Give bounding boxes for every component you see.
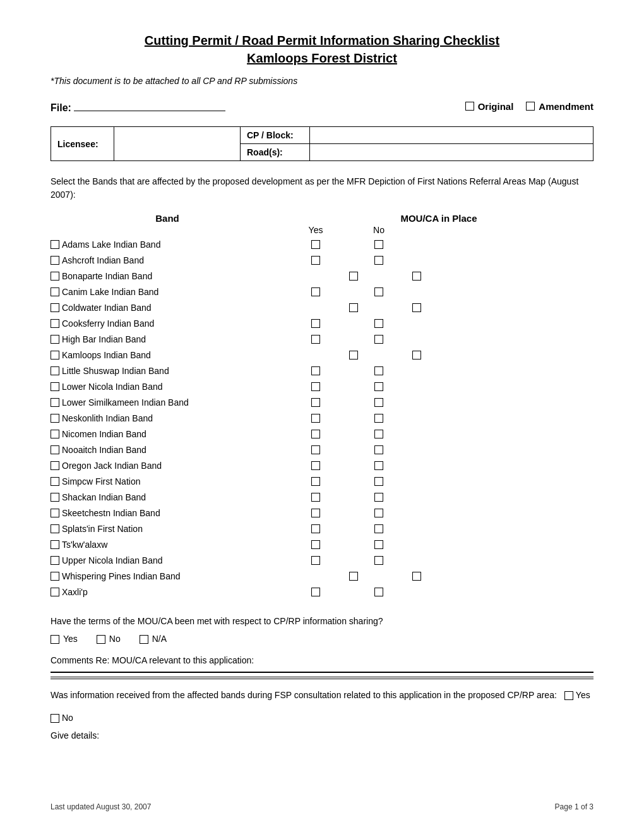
band-select-checkbox[interactable] <box>51 382 59 391</box>
band-select-checkbox[interactable] <box>51 351 59 360</box>
band-mou <box>284 588 593 596</box>
comments-line-1[interactable] <box>51 672 593 673</box>
na-option[interactable]: N/A <box>140 632 167 647</box>
was-info-yes-option[interactable]: Yes <box>564 688 590 703</box>
band-name: Skeetchestn Indian Band <box>51 508 284 518</box>
band-select-checkbox[interactable] <box>51 493 59 502</box>
mou-no-checkbox[interactable] <box>374 588 383 596</box>
mou-yes-checkbox[interactable] <box>311 588 320 596</box>
mou-yes-checkbox[interactable] <box>311 319 320 328</box>
comments-line-2[interactable] <box>51 677 593 679</box>
band-select-checkbox[interactable] <box>51 461 59 470</box>
mou-yes-checkbox[interactable] <box>349 351 358 360</box>
mou-yes-checkbox[interactable] <box>349 303 358 312</box>
yes-checkbox[interactable] <box>51 635 59 644</box>
na-checkbox[interactable] <box>140 635 148 644</box>
band-select-checkbox[interactable] <box>51 398 59 407</box>
no-option[interactable]: No <box>97 632 121 647</box>
mou-no-checkbox[interactable] <box>374 445 383 454</box>
mou-no-checkbox[interactable] <box>374 461 383 470</box>
was-info-no-checkbox[interactable] <box>51 714 59 723</box>
mou-no-checkbox[interactable] <box>374 524 383 533</box>
band-select-checkbox[interactable] <box>51 335 59 344</box>
band-select-checkbox[interactable] <box>51 572 59 581</box>
mou-yes-checkbox[interactable] <box>311 524 320 533</box>
mou-no-checkbox[interactable] <box>374 335 383 344</box>
mou-no-checkbox[interactable] <box>412 303 421 312</box>
band-select-checkbox[interactable] <box>51 272 59 281</box>
file-input-line[interactable] <box>74 99 225 111</box>
mou-no-checkbox[interactable] <box>374 477 383 486</box>
mou-no-checkbox[interactable] <box>374 556 383 565</box>
yes-option[interactable]: Yes <box>51 632 78 647</box>
mou-yes-checkbox[interactable] <box>311 556 320 565</box>
mou-no-checkbox[interactable] <box>412 351 421 360</box>
band-select-checkbox[interactable] <box>51 430 59 438</box>
band-name: Kamloops Indian Band <box>51 350 284 360</box>
mou-no-checkbox[interactable] <box>374 287 383 296</box>
mou-no-checkbox[interactable] <box>412 272 421 281</box>
mou-no-checkbox[interactable] <box>412 572 421 581</box>
was-info-yes-checkbox[interactable] <box>564 691 573 700</box>
mou-yes-checkbox[interactable] <box>311 287 320 296</box>
mou-no-checkbox[interactable] <box>374 366 383 375</box>
band-select-checkbox[interactable] <box>51 524 59 533</box>
mou-yes-checkbox[interactable] <box>311 335 320 344</box>
band-header-row: Band MOU/CA in Place <box>51 213 593 224</box>
mou-no-checkbox[interactable] <box>374 414 383 423</box>
mou-yes-checkbox[interactable] <box>311 493 320 502</box>
original-option[interactable]: Original <box>465 101 514 112</box>
band-mou <box>284 461 593 470</box>
band-select-checkbox[interactable] <box>51 414 59 423</box>
mou-yes-checkbox[interactable] <box>311 540 320 549</box>
mou-yes-checkbox[interactable] <box>311 240 320 249</box>
mou-yes-checkbox[interactable] <box>311 256 320 265</box>
band-select-checkbox[interactable] <box>51 303 59 312</box>
mou-no-checkbox[interactable] <box>374 509 383 517</box>
roads-value[interactable] <box>310 144 593 161</box>
mou-yes-checkbox[interactable] <box>311 509 320 517</box>
mou-yes-checkbox[interactable] <box>311 477 320 486</box>
band-select-checkbox[interactable] <box>51 366 59 375</box>
mou-yes-checkbox[interactable] <box>311 398 320 407</box>
band-select-checkbox[interactable] <box>51 240 59 249</box>
na-label: N/A <box>152 632 167 647</box>
mou-no-checkbox[interactable] <box>374 398 383 407</box>
mou-yes-checkbox[interactable] <box>311 430 320 438</box>
mou-no-checkbox[interactable] <box>374 540 383 549</box>
mou-no-checkbox[interactable] <box>374 382 383 391</box>
was-info-no-option[interactable]: No <box>51 711 73 726</box>
mou-yes-checkbox[interactable] <box>349 272 358 281</box>
band-name: Whispering Pines Indian Band <box>51 571 284 581</box>
licensee-value[interactable] <box>114 127 241 161</box>
amendment-checkbox[interactable] <box>526 102 535 111</box>
band-name: Coldwater Indian Band <box>51 303 284 313</box>
mou-yes-checkbox[interactable] <box>311 445 320 454</box>
mou-yes-checkbox[interactable] <box>311 461 320 470</box>
band-select-checkbox[interactable] <box>51 509 59 517</box>
intro-text: Select the Bands that are affected by th… <box>51 175 593 202</box>
mou-no-checkbox[interactable] <box>374 430 383 438</box>
band-select-checkbox[interactable] <box>51 256 59 265</box>
mou-no-checkbox[interactable] <box>374 256 383 265</box>
band-select-checkbox[interactable] <box>51 556 59 565</box>
mou-yes-checkbox[interactable] <box>311 382 320 391</box>
cp-block-value[interactable] <box>310 127 593 144</box>
no-label: No <box>109 632 121 647</box>
band-select-checkbox[interactable] <box>51 540 59 549</box>
original-checkbox[interactable] <box>465 102 474 111</box>
comments-label: Comments Re: MOU/CA relevant to this app… <box>51 655 254 665</box>
mou-no-checkbox[interactable] <box>374 240 383 249</box>
mou-no-checkbox[interactable] <box>374 319 383 328</box>
no-checkbox[interactable] <box>97 635 105 644</box>
mou-yes-checkbox[interactable] <box>311 414 320 423</box>
band-select-checkbox[interactable] <box>51 588 59 596</box>
band-select-checkbox[interactable] <box>51 445 59 454</box>
mou-no-checkbox[interactable] <box>374 493 383 502</box>
band-select-checkbox[interactable] <box>51 477 59 486</box>
amendment-option[interactable]: Amendment <box>526 101 593 112</box>
band-select-checkbox[interactable] <box>51 319 59 328</box>
mou-yes-checkbox[interactable] <box>311 366 320 375</box>
band-select-checkbox[interactable] <box>51 287 59 296</box>
mou-yes-checkbox[interactable] <box>349 572 358 581</box>
